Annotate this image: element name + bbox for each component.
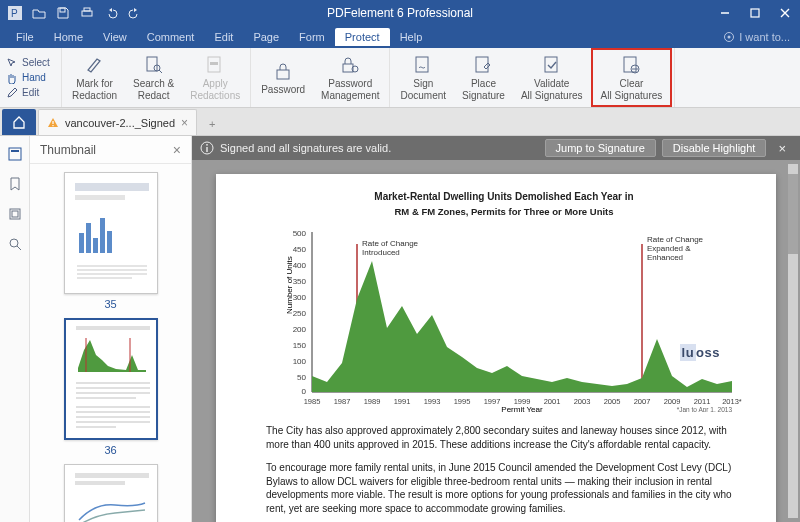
pdf-page: Market-Rental Dwelling Units Demolished … <box>216 174 776 522</box>
maximize-button[interactable] <box>740 0 770 26</box>
svg-text:2013*: 2013* <box>722 397 742 406</box>
scrollbar-thumb[interactable] <box>788 174 798 254</box>
tab-close-icon[interactable]: × <box>181 116 188 130</box>
paragraph-1: The City has also approved approximately… <box>266 424 742 451</box>
svg-rect-3 <box>82 11 92 16</box>
svg-rect-39 <box>77 269 147 271</box>
sign-doc-icon <box>413 54 433 76</box>
attachments-icon[interactable] <box>7 206 23 222</box>
thumbnail-close-icon[interactable]: × <box>173 142 181 158</box>
svg-text:150: 150 <box>293 341 307 350</box>
menu-help[interactable]: Help <box>390 28 433 46</box>
svg-rect-24 <box>52 125 53 126</box>
svg-rect-40 <box>77 273 147 275</box>
menu-page[interactable]: Page <box>243 28 289 46</box>
svg-rect-53 <box>76 426 116 428</box>
vertical-scrollbar[interactable] <box>788 164 798 518</box>
menu-view[interactable]: View <box>93 28 137 46</box>
clear-signatures-button[interactable]: Clear All Signatures <box>591 48 673 107</box>
thumbnail-37[interactable]: 37 <box>64 464 158 522</box>
menu-bar: File Home View Comment Edit Page Form Pr… <box>0 26 800 48</box>
menu-form[interactable]: Form <box>289 28 335 46</box>
thumbnails-icon[interactable] <box>7 146 23 162</box>
title-bar: P PDFelement 6 Professional <box>0 0 800 26</box>
svg-text:300: 300 <box>293 293 307 302</box>
tell-me-label: I want to... <box>739 31 790 43</box>
svg-rect-20 <box>624 57 636 72</box>
svg-rect-54 <box>75 473 149 478</box>
app-title: PDFelement 6 Professional <box>327 6 473 20</box>
svg-rect-25 <box>9 148 21 160</box>
select-tool[interactable]: Select <box>4 56 57 70</box>
svg-text:1997: 1997 <box>484 397 501 406</box>
svg-rect-37 <box>107 231 112 253</box>
tell-me[interactable]: I want to... <box>723 31 794 43</box>
svg-text:1989: 1989 <box>364 397 381 406</box>
search-panel-icon[interactable] <box>7 236 23 252</box>
menu-protect[interactable]: Protect <box>335 28 390 46</box>
sign-document-button[interactable]: Sign Document <box>392 50 454 105</box>
place-signature-button[interactable]: Place Signature <box>454 50 513 105</box>
password-button[interactable]: Password <box>253 56 313 100</box>
home-tab-button[interactable] <box>2 109 36 135</box>
redo-icon[interactable] <box>126 4 144 22</box>
open-icon[interactable] <box>30 4 48 22</box>
svg-text:1991: 1991 <box>394 397 411 406</box>
svg-rect-52 <box>76 421 150 423</box>
svg-text:2001: 2001 <box>544 397 561 406</box>
new-tab-button[interactable]: + <box>201 113 223 135</box>
svg-point-29 <box>10 239 18 247</box>
paragraph-2: To encourage more family rental units, i… <box>266 461 742 515</box>
document-tab[interactable]: vancouver-2..._Signed × <box>38 109 197 135</box>
svg-text:350: 350 <box>293 277 307 286</box>
svg-text:P: P <box>11 8 18 19</box>
menu-comment[interactable]: Comment <box>137 28 205 46</box>
svg-text:2011: 2011 <box>694 397 711 406</box>
print-icon[interactable] <box>78 4 96 22</box>
svg-text:Permit Year: Permit Year <box>501 405 543 412</box>
chart-title: Market-Rental Dwelling Units Demolished … <box>266 190 742 204</box>
svg-text:Number of Units: Number of Units <box>285 257 294 315</box>
password-mgmt-button[interactable]: Password Management <box>313 50 387 105</box>
svg-text:Rate of ChangeExpanded &Enhanc: Rate of ChangeExpanded &Enhanced <box>647 235 704 262</box>
bookmarks-icon[interactable] <box>7 176 23 192</box>
sigbar-close-icon[interactable]: × <box>772 141 792 156</box>
edit-tool[interactable]: Edit <box>4 86 57 100</box>
menu-home[interactable]: Home <box>44 28 93 46</box>
svg-text:1993: 1993 <box>424 397 441 406</box>
minimize-button[interactable] <box>710 0 740 26</box>
disable-highlight-button[interactable]: Disable Highlight <box>662 139 767 157</box>
mark-redaction-button[interactable]: Mark for Redaction <box>64 50 125 105</box>
menu-edit[interactable]: Edit <box>204 28 243 46</box>
signature-bar: Signed and all signatures are valid. Jum… <box>192 136 800 160</box>
svg-rect-51 <box>76 416 150 418</box>
thumbnail-36[interactable]: 36 <box>64 318 158 456</box>
close-button[interactable] <box>770 0 800 26</box>
chart-subtitle: RM & FM Zones, Permits for Three or More… <box>266 206 742 219</box>
undo-icon[interactable] <box>102 4 120 22</box>
validate-icon <box>542 54 562 76</box>
validate-signatures-button[interactable]: Validate All Signatures <box>513 50 591 105</box>
svg-rect-38 <box>77 265 147 267</box>
svg-rect-23 <box>52 121 53 124</box>
svg-rect-14 <box>277 70 289 79</box>
search-doc-icon <box>144 54 164 76</box>
svg-text:1987: 1987 <box>334 397 351 406</box>
jump-signature-button[interactable]: Jump to Signature <box>545 139 656 157</box>
svg-rect-6 <box>751 9 759 17</box>
svg-point-8 <box>728 36 731 39</box>
lock-gear-icon <box>340 54 360 76</box>
thumbnail-35[interactable]: 35 <box>64 172 158 310</box>
signature-message: Signed and all signatures are valid. <box>220 142 391 154</box>
page-view[interactable]: Market-Rental Dwelling Units Demolished … <box>192 160 800 522</box>
menu-file[interactable]: File <box>6 28 44 46</box>
search-redact-button[interactable]: Search & Redact <box>125 50 182 105</box>
hand-tool[interactable]: Hand <box>4 71 57 85</box>
svg-text:50: 50 <box>297 373 306 382</box>
tab-strip: vancouver-2..._Signed × + <box>0 108 800 136</box>
save-icon[interactable] <box>54 4 72 22</box>
svg-text:2003: 2003 <box>574 397 591 406</box>
svg-rect-55 <box>75 481 125 485</box>
apply-icon <box>205 54 225 76</box>
chart: 500450400 350300250 200150100 500 Number… <box>266 224 742 414</box>
